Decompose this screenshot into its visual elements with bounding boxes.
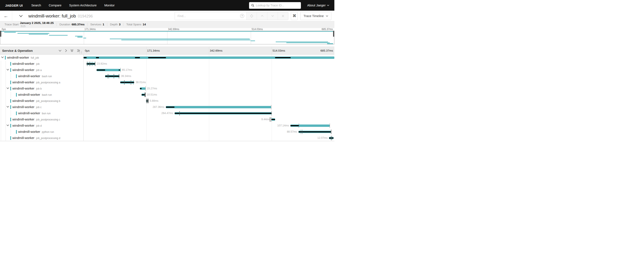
span-service-name[interactable]: windmill-workerjob_postprocessing c <box>12 118 60 121</box>
nav-item-system-architecture[interactable]: System Architecture <box>69 4 96 7</box>
span-bar-row[interactable]: 287.36ms <box>84 104 334 110</box>
span-log-tick <box>146 86 146 91</box>
span-name-row[interactable]: windmill-workerjob c <box>0 104 84 110</box>
collapse-one-level-button[interactable] <box>65 49 67 52</box>
trace-view-selector[interactable]: Trace Timeline <box>300 12 332 20</box>
trace-lookup-input[interactable] <box>256 4 299 7</box>
span-log-tick <box>108 74 108 78</box>
span-name-row[interactable]: windmill-workerjob d <box>0 122 84 129</box>
span-service-name[interactable]: windmill-workerjob c <box>12 105 42 109</box>
span-collapse-chevron-icon[interactable] <box>1 56 4 58</box>
span-bar[interactable] <box>175 112 272 114</box>
span-service-name[interactable]: windmill-workerbash run <box>18 93 52 96</box>
expand-one-level-button[interactable] <box>58 50 62 52</box>
chevron-down-icon <box>327 4 329 6</box>
span-bar-row[interactable]: 9.44ms <box>84 116 334 122</box>
span-collapse-chevron-icon[interactable] <box>6 124 9 126</box>
span-bar[interactable] <box>140 88 146 90</box>
trace-lookup-box[interactable] <box>249 2 301 9</box>
span-name-row[interactable]: windmill-workerjob_postprocessing a <box>0 79 84 86</box>
span-name-row[interactable]: windmill-workerbun run <box>0 110 84 116</box>
find-help-button[interactable]: ? <box>238 12 246 20</box>
keyboard-shortcuts-button[interactable]: ⌘ <box>291 12 298 20</box>
span-service-name[interactable]: windmill-workerjob b <box>12 86 42 90</box>
span-name-row[interactable]: windmill-workerjob b <box>0 86 84 92</box>
span-collapse-chevron-icon[interactable] <box>6 87 9 89</box>
span-bar[interactable] <box>96 69 120 71</box>
span-bar-row[interactable]: 107.14ms <box>84 122 334 129</box>
span-bar[interactable] <box>105 75 120 78</box>
span-log-tick <box>109 74 109 78</box>
span-bar[interactable] <box>166 106 271 108</box>
span-name-row[interactable]: windmill-workerjob_postprocessing d <box>0 135 84 141</box>
expand-all-button[interactable] <box>70 49 74 52</box>
help-icon: ? <box>240 14 244 18</box>
span-service-name[interactable]: windmill-workerpython run <box>18 130 54 134</box>
find-input[interactable] <box>175 12 238 20</box>
close-icon <box>282 15 284 17</box>
span-name-row[interactable]: windmill-workerjob_postprocessing b <box>0 98 84 104</box>
span-service-name[interactable]: windmill-workerjob d <box>12 124 42 127</box>
span-bar[interactable] <box>146 100 148 102</box>
nav-item-compare[interactable]: Compare <box>49 4 62 7</box>
span-service-name[interactable]: windmill-workerjob_postprocessing d <box>12 136 60 140</box>
app-logo[interactable]: JAEGER UI <box>5 4 23 7</box>
back-button[interactable]: ← <box>0 11 12 21</box>
span-service-name[interactable]: windmill-workerjob <box>12 62 40 66</box>
span-bar[interactable] <box>329 137 334 139</box>
span-service-name[interactable]: windmill-workerjob a <box>12 68 42 72</box>
trace-stat-label: Depth <box>110 23 118 26</box>
span-bar-row[interactable]: 264.47ms <box>84 110 334 116</box>
critical-path-segment <box>140 88 142 89</box>
timeline-minimap[interactable] <box>0 31 334 44</box>
span-bar-row[interactable]: 38.01ms <box>84 79 334 86</box>
span-name-row[interactable]: windmill-workerbash run <box>0 73 84 79</box>
span-bar[interactable] <box>142 94 146 96</box>
span-bar-row[interactable]: 23.92ms <box>84 61 334 67</box>
span-bar-row[interactable]: 39.34ms <box>84 73 334 79</box>
span-service-name[interactable]: windmill-workerjob_postprocessing a <box>12 80 60 84</box>
span-duration-label: 38.01ms <box>136 79 146 86</box>
span-collapse-chevron-icon[interactable] <box>6 106 9 108</box>
prev-match-button[interactable] <box>257 12 267 20</box>
focus-matches-button[interactable] <box>246 12 257 20</box>
minimap-right-handle[interactable] <box>333 31 334 37</box>
span-bar[interactable] <box>86 63 95 65</box>
trace-detail-toggle[interactable] <box>19 15 23 17</box>
nav-item-search[interactable]: Search <box>31 4 41 7</box>
span-name-row[interactable]: windmill-workerjob <box>0 61 84 67</box>
span-name-row[interactable]: windmill-workerjob a <box>0 67 84 73</box>
span-bar[interactable] <box>272 118 275 121</box>
span-service-name[interactable]: windmill-workerbun run <box>18 111 50 115</box>
clear-find-button[interactable] <box>278 12 288 20</box>
span-bar[interactable] <box>84 56 334 59</box>
nav-item-monitor[interactable]: Monitor <box>104 4 114 7</box>
span-bar-row[interactable]: 12.07ms <box>84 135 334 141</box>
span-collapse-chevron-icon[interactable] <box>6 69 9 70</box>
span-bar-row[interactable]: 15.27ms <box>84 86 334 92</box>
about-jaeger-menu[interactable]: About Jaeger <box>307 4 329 7</box>
span-name-row[interactable]: windmill-workerjob_postprocessing c <box>0 116 84 122</box>
span-name-row[interactable]: windmill-workerfull_job <box>0 54 84 61</box>
trace-summary-bar: Trace StartJanuary 2 2025, 18:46:25.515D… <box>0 21 334 28</box>
column-resizer[interactable]: ▏▏ <box>80 51 83 54</box>
span-bar-row[interactable]: 88.57ms <box>84 129 334 135</box>
span-service-name[interactable]: windmill-workerbash run <box>18 74 52 78</box>
span-bar-row[interactable]: 65.17ms <box>84 67 334 73</box>
span-service-name[interactable]: windmill-workerfull_job <box>7 56 39 59</box>
span-log-tick <box>301 130 301 134</box>
span-bar[interactable] <box>298 131 331 133</box>
span-log-tick <box>331 130 332 134</box>
span-service-name[interactable]: windmill-workerjob_postprocessing b <box>12 99 60 102</box>
minimap-left-handle[interactable] <box>0 31 1 37</box>
trace-stat-value: 685.37ms <box>72 23 85 26</box>
span-bar[interactable] <box>290 124 330 127</box>
span-operation-name: bash run <box>42 75 52 78</box>
span-name-row[interactable]: windmill-workerpython run <box>0 129 84 135</box>
span-bar-row[interactable]: 10.51ms <box>84 92 334 98</box>
span-name-row[interactable]: windmill-workerbash run <box>0 92 84 98</box>
span-bar-row[interactable]: 5.88ms <box>84 98 334 104</box>
next-match-button[interactable] <box>267 12 278 20</box>
span-bar-row[interactable] <box>84 54 334 61</box>
span-bar[interactable] <box>120 81 134 84</box>
